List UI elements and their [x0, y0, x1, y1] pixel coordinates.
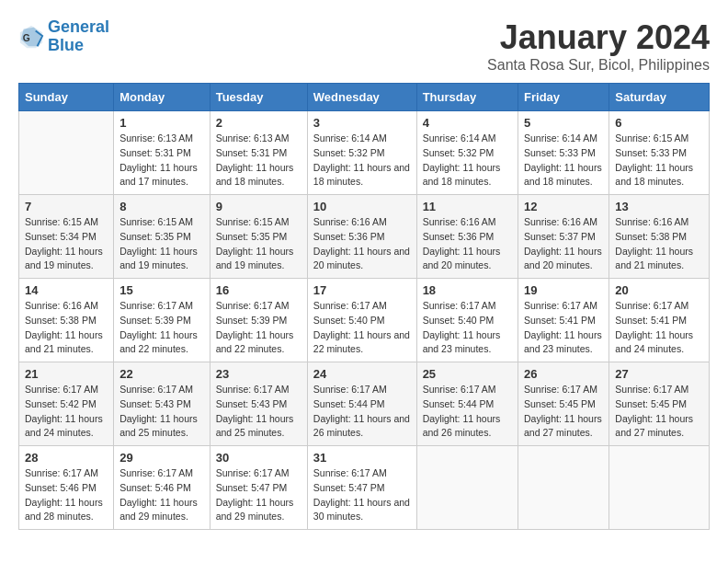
calendar-cell: 15 Sunrise: 6:17 AMSunset: 5:39 PMDaylig… [114, 279, 210, 362]
day-number: 19 [524, 283, 603, 297]
day-detail: Sunrise: 6:17 AMSunset: 5:39 PMDaylight:… [216, 299, 301, 357]
day-number: 22 [119, 367, 204, 381]
day-number: 9 [216, 200, 301, 213]
calendar-cell [609, 446, 710, 530]
day-detail: Sunrise: 6:16 AMSunset: 5:38 PMDaylight:… [25, 299, 108, 357]
day-detail: Sunrise: 6:17 AMSunset: 5:43 PMDaylight:… [119, 383, 204, 441]
day-detail: Sunrise: 6:17 AMSunset: 5:42 PMDaylight:… [25, 383, 108, 441]
weekday-header-saturday: Saturday [609, 84, 710, 111]
calendar-cell: 4 Sunrise: 6:14 AMSunset: 5:32 PMDayligh… [416, 111, 518, 195]
day-number: 29 [119, 451, 204, 465]
calendar-cell: 22 Sunrise: 6:17 AMSunset: 5:43 PMDaylig… [114, 362, 210, 446]
day-detail: Sunrise: 6:15 AMSunset: 5:35 PMDaylight:… [216, 215, 301, 273]
location-subtitle: Santa Rosa Sur, Bicol, Philippines [487, 57, 710, 74]
calendar-cell: 25 Sunrise: 6:17 AMSunset: 5:44 PMDaylig… [416, 362, 518, 446]
day-number: 8 [119, 200, 204, 213]
calendar-cell: 10 Sunrise: 6:16 AMSunset: 5:36 PMDaylig… [307, 195, 416, 279]
day-detail: Sunrise: 6:14 AMSunset: 5:32 PMDaylight:… [423, 132, 512, 190]
calendar-cell: 14 Sunrise: 6:16 AMSunset: 5:38 PMDaylig… [19, 279, 114, 362]
calendar-cell: 2 Sunrise: 6:13 AMSunset: 5:31 PMDayligh… [210, 111, 307, 195]
day-number: 12 [524, 200, 603, 213]
weekday-header-monday: Monday [114, 84, 210, 111]
calendar-cell: 5 Sunrise: 6:14 AMSunset: 5:33 PMDayligh… [518, 111, 609, 195]
day-number: 20 [615, 283, 703, 297]
calendar-cell: 1 Sunrise: 6:13 AMSunset: 5:31 PMDayligh… [114, 111, 210, 195]
day-detail: Sunrise: 6:17 AMSunset: 5:43 PMDaylight:… [216, 383, 301, 441]
calendar-cell: 3 Sunrise: 6:14 AMSunset: 5:32 PMDayligh… [307, 111, 416, 195]
calendar-cell: 26 Sunrise: 6:17 AMSunset: 5:45 PMDaylig… [518, 362, 609, 446]
calendar-cell: 17 Sunrise: 6:17 AMSunset: 5:40 PMDaylig… [307, 279, 416, 362]
calendar-week-row: 1 Sunrise: 6:13 AMSunset: 5:31 PMDayligh… [19, 111, 710, 195]
day-number: 11 [423, 200, 512, 213]
day-number: 4 [423, 116, 512, 130]
day-number: 23 [216, 367, 301, 381]
day-detail: Sunrise: 6:15 AMSunset: 5:35 PMDaylight:… [119, 215, 204, 273]
logo-icon: G [18, 24, 44, 50]
day-detail: Sunrise: 6:17 AMSunset: 5:46 PMDaylight:… [25, 466, 108, 524]
day-number: 30 [216, 451, 301, 465]
day-number: 16 [216, 283, 301, 297]
calendar-cell: 20 Sunrise: 6:17 AMSunset: 5:41 PMDaylig… [609, 279, 710, 362]
calendar-cell: 24 Sunrise: 6:17 AMSunset: 5:44 PMDaylig… [307, 362, 416, 446]
calendar-week-row: 28 Sunrise: 6:17 AMSunset: 5:46 PMDaylig… [19, 446, 710, 530]
day-number: 26 [524, 367, 603, 381]
weekday-header-sunday: Sunday [19, 84, 114, 111]
weekday-header-friday: Friday [518, 84, 609, 111]
calendar-cell: 7 Sunrise: 6:15 AMSunset: 5:34 PMDayligh… [19, 195, 114, 279]
calendar-cell: 6 Sunrise: 6:15 AMSunset: 5:33 PMDayligh… [609, 111, 710, 195]
day-detail: Sunrise: 6:16 AMSunset: 5:37 PMDaylight:… [524, 215, 603, 273]
weekday-header-wednesday: Wednesday [307, 84, 416, 111]
calendar-cell: 27 Sunrise: 6:17 AMSunset: 5:45 PMDaylig… [609, 362, 710, 446]
day-number: 15 [119, 283, 204, 297]
svg-text:G: G [23, 32, 30, 42]
day-detail: Sunrise: 6:17 AMSunset: 5:44 PMDaylight:… [423, 383, 512, 441]
calendar-cell: 12 Sunrise: 6:16 AMSunset: 5:37 PMDaylig… [518, 195, 609, 279]
weekday-header-tuesday: Tuesday [210, 84, 307, 111]
logo: G General Blue [18, 18, 109, 55]
day-number: 21 [25, 367, 108, 381]
day-detail: Sunrise: 6:16 AMSunset: 5:36 PMDaylight:… [423, 215, 512, 273]
calendar-cell: 21 Sunrise: 6:17 AMSunset: 5:42 PMDaylig… [19, 362, 114, 446]
day-number: 28 [25, 451, 108, 465]
day-detail: Sunrise: 6:14 AMSunset: 5:32 PMDaylight:… [313, 132, 411, 190]
day-detail: Sunrise: 6:15 AMSunset: 5:34 PMDaylight:… [25, 215, 108, 273]
calendar-cell: 11 Sunrise: 6:16 AMSunset: 5:36 PMDaylig… [416, 195, 518, 279]
logo-text: General Blue [48, 18, 109, 55]
calendar-cell: 19 Sunrise: 6:17 AMSunset: 5:41 PMDaylig… [518, 279, 609, 362]
weekday-header-thursday: Thursday [416, 84, 518, 111]
day-detail: Sunrise: 6:17 AMSunset: 5:47 PMDaylight:… [216, 466, 301, 524]
day-detail: Sunrise: 6:13 AMSunset: 5:31 PMDaylight:… [216, 132, 301, 190]
day-detail: Sunrise: 6:13 AMSunset: 5:31 PMDaylight:… [119, 132, 204, 190]
day-detail: Sunrise: 6:17 AMSunset: 5:41 PMDaylight:… [615, 299, 703, 357]
calendar-week-row: 7 Sunrise: 6:15 AMSunset: 5:34 PMDayligh… [19, 195, 710, 279]
calendar-cell: 30 Sunrise: 6:17 AMSunset: 5:47 PMDaylig… [210, 446, 307, 530]
calendar-cell: 8 Sunrise: 6:15 AMSunset: 5:35 PMDayligh… [114, 195, 210, 279]
day-number: 25 [423, 367, 512, 381]
day-number: 3 [313, 116, 411, 130]
day-number: 18 [423, 283, 512, 297]
logo-blue: Blue [48, 36, 84, 54]
day-detail: Sunrise: 6:17 AMSunset: 5:40 PMDaylight:… [423, 299, 512, 357]
day-number: 6 [615, 116, 703, 130]
day-detail: Sunrise: 6:17 AMSunset: 5:39 PMDaylight:… [119, 299, 204, 357]
day-detail: Sunrise: 6:17 AMSunset: 5:44 PMDaylight:… [313, 383, 411, 441]
day-number: 1 [119, 116, 204, 130]
calendar-cell: 29 Sunrise: 6:17 AMSunset: 5:46 PMDaylig… [114, 446, 210, 530]
day-detail: Sunrise: 6:17 AMSunset: 5:47 PMDaylight:… [313, 466, 411, 524]
calendar-week-row: 14 Sunrise: 6:16 AMSunset: 5:38 PMDaylig… [19, 279, 710, 362]
day-number: 5 [524, 116, 603, 130]
day-detail: Sunrise: 6:15 AMSunset: 5:33 PMDaylight:… [615, 132, 703, 190]
calendar-cell [518, 446, 609, 530]
day-number: 17 [313, 283, 411, 297]
day-detail: Sunrise: 6:17 AMSunset: 5:40 PMDaylight:… [313, 299, 411, 357]
day-detail: Sunrise: 6:17 AMSunset: 5:45 PMDaylight:… [615, 383, 703, 441]
day-detail: Sunrise: 6:14 AMSunset: 5:33 PMDaylight:… [524, 132, 603, 190]
page-header: G General Blue January 2024 Santa Rosa S… [18, 18, 710, 74]
weekday-header-row: SundayMondayTuesdayWednesdayThursdayFrid… [19, 84, 710, 111]
day-number: 7 [25, 200, 108, 213]
day-detail: Sunrise: 6:17 AMSunset: 5:45 PMDaylight:… [524, 383, 603, 441]
calendar-table: SundayMondayTuesdayWednesdayThursdayFrid… [18, 83, 710, 530]
day-detail: Sunrise: 6:16 AMSunset: 5:38 PMDaylight:… [615, 215, 703, 273]
month-title: January 2024 [487, 18, 710, 57]
day-number: 14 [25, 283, 108, 297]
